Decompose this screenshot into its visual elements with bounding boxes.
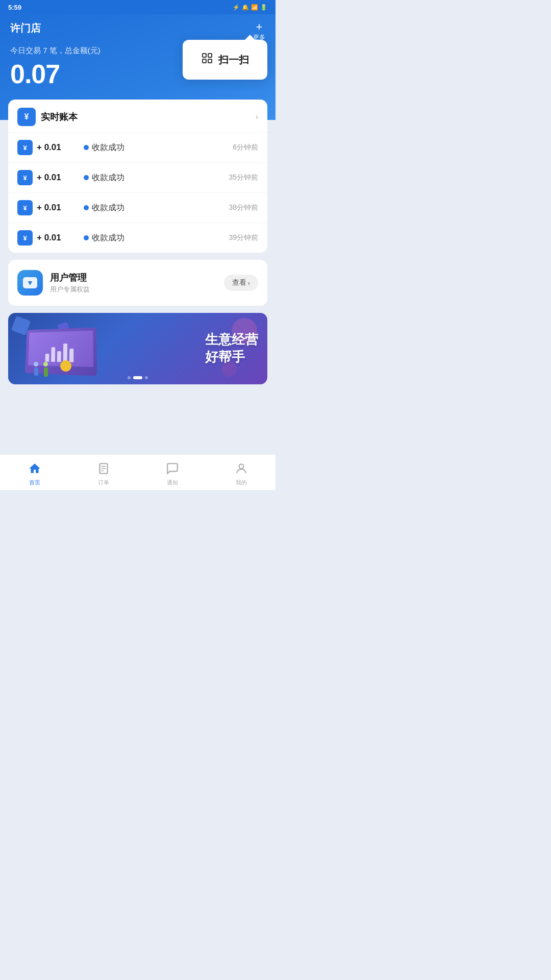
orders-icon: [97, 462, 110, 477]
iso-bars: [41, 331, 78, 367]
tx-amount-3: ¥ + 0.01: [17, 230, 84, 246]
tx-icon-1: ¥: [17, 170, 33, 185]
account-icon: ¥: [17, 108, 36, 126]
figure-2: [43, 362, 48, 377]
view-button[interactable]: 查看 ›: [224, 275, 258, 291]
tx-amount-2: ¥ + 0.01: [17, 200, 84, 215]
figure-head-2: [43, 362, 48, 366]
view-btn-chevron-icon: ›: [248, 279, 250, 287]
account-header-left: ¥ 实时账本: [17, 108, 78, 126]
status-text-2: 收款成功: [92, 203, 124, 213]
figure-body-1: [34, 368, 38, 376]
bell-icon: 🔔: [242, 4, 249, 11]
status-bar: 5:59 ⚡ 🔔 📶 🔋: [0, 0, 276, 14]
account-title: 实时账本: [41, 111, 78, 123]
nav-label-home: 首页: [29, 479, 40, 486]
tx-value-1: + 0.01: [37, 173, 61, 183]
banner-dot-1: [133, 376, 142, 379]
status-dot-0: [84, 145, 89, 150]
tx-value-3: + 0.01: [37, 233, 61, 243]
banner-dot-0: [128, 376, 131, 379]
scan-text: 扫一扫: [218, 53, 249, 67]
bottom-nav: 首页 订单 通知 我的: [0, 454, 276, 490]
header-top: 许门店 + 更多: [10, 21, 265, 42]
figure-body-2: [44, 368, 48, 377]
banner-dot-2: [145, 376, 148, 379]
user-mgmt-content: ▼ 用户管理 用户专属权益 查看 ›: [8, 260, 267, 306]
scan-icon: [201, 52, 213, 67]
store-name: 许门店: [10, 21, 41, 35]
banner-dots: [128, 376, 148, 379]
user-mgmt-card: ▼ 用户管理 用户专属权益 查看 ›: [8, 260, 267, 306]
user-mgmt-title: 用户管理: [50, 272, 224, 284]
bar-4: [63, 344, 67, 362]
notifications-icon: [166, 462, 179, 477]
transaction-row[interactable]: ¥ + 0.01 收款成功 39分钟前: [8, 223, 267, 253]
bar-5: [69, 349, 73, 362]
nav-label-profile: 我的: [236, 479, 247, 486]
status-text-3: 收款成功: [92, 233, 124, 243]
user-mgmt-subtitle: 用户专属权益: [50, 285, 224, 294]
tx-time-0: 6分钟前: [233, 143, 258, 152]
plus-icon: +: [256, 21, 263, 33]
battery-icon: 🔋: [260, 4, 267, 11]
status-time: 5:59: [8, 4, 21, 11]
tx-status-1: 收款成功: [84, 173, 229, 183]
account-card: ¥ 实时账本 › ¥ + 0.01 收款成功 6分钟前 ¥ + 0.01: [8, 100, 267, 253]
tx-icon-2: ¥: [17, 200, 33, 215]
tx-value-2: + 0.01: [37, 203, 61, 213]
banner-text: 生意经营好帮手: [205, 331, 258, 366]
banner[interactable]: 生意经营好帮手: [8, 313, 267, 384]
banner-art: [8, 313, 151, 384]
tx-time-3: 39分钟前: [229, 233, 258, 242]
bar-3: [57, 351, 61, 362]
tx-status-2: 收款成功: [84, 203, 229, 213]
profile-icon: [235, 462, 248, 477]
bar-1: [45, 354, 49, 361]
nav-item-orders[interactable]: 订单: [69, 459, 138, 486]
status-text-1: 收款成功: [92, 173, 124, 183]
status-icons: ⚡ 🔔 📶 🔋: [233, 4, 267, 11]
svg-rect-0: [203, 54, 206, 57]
status-text-0: 收款成功: [92, 142, 124, 153]
user-icon-arrow-icon: ▼: [27, 279, 34, 287]
tx-amount-1: ¥ + 0.01: [17, 170, 84, 185]
nav-item-profile[interactable]: 我的: [207, 459, 276, 486]
svg-point-8: [239, 464, 243, 469]
status-dot-2: [84, 205, 89, 210]
tx-status-0: 收款成功: [84, 142, 233, 153]
home-icon: [28, 462, 41, 477]
transaction-row[interactable]: ¥ + 0.01 收款成功 6分钟前: [8, 133, 267, 163]
svg-rect-1: [208, 54, 212, 57]
nav-item-home[interactable]: 首页: [0, 459, 69, 486]
nav-item-notifications[interactable]: 通知: [138, 459, 207, 486]
transaction-row[interactable]: ¥ + 0.01 收款成功 35分钟前: [8, 163, 267, 193]
svg-rect-2: [203, 59, 206, 63]
account-chevron-icon: ›: [256, 112, 258, 121]
account-card-header[interactable]: ¥ 实时账本 ›: [8, 100, 267, 133]
scan-popup[interactable]: 扫一扫: [183, 40, 267, 80]
figure-head-1: [34, 362, 38, 366]
transaction-row[interactable]: ¥ + 0.01 收款成功 38分钟前: [8, 193, 267, 223]
iso-figures: [34, 362, 48, 377]
tx-status-3: 收款成功: [84, 233, 229, 243]
main-content: ¥ 实时账本 › ¥ + 0.01 收款成功 6分钟前 ¥ + 0.01: [0, 100, 276, 384]
nav-label-notifications: 通知: [167, 479, 178, 486]
view-btn-label: 查看: [232, 278, 246, 287]
svg-rect-3: [208, 59, 212, 63]
status-dot-1: [84, 175, 89, 180]
tx-amount-0: ¥ + 0.01: [17, 140, 84, 155]
user-mgmt-icon: ▼: [17, 270, 43, 296]
bluetooth-icon: ⚡: [233, 4, 240, 11]
tx-icon-0: ¥: [17, 140, 33, 155]
user-icon-inner: ▼: [23, 277, 37, 288]
tx-time-1: 35分钟前: [229, 173, 258, 182]
bar-2: [51, 348, 55, 362]
nav-label-orders: 订单: [98, 479, 109, 486]
tx-time-2: 38分钟前: [229, 203, 258, 212]
wifi-icon: 📶: [251, 4, 258, 11]
status-dot-3: [84, 235, 89, 240]
iso-illustration: [8, 313, 151, 384]
figure-1: [34, 362, 38, 377]
user-info: 用户管理 用户专属权益: [50, 272, 224, 294]
